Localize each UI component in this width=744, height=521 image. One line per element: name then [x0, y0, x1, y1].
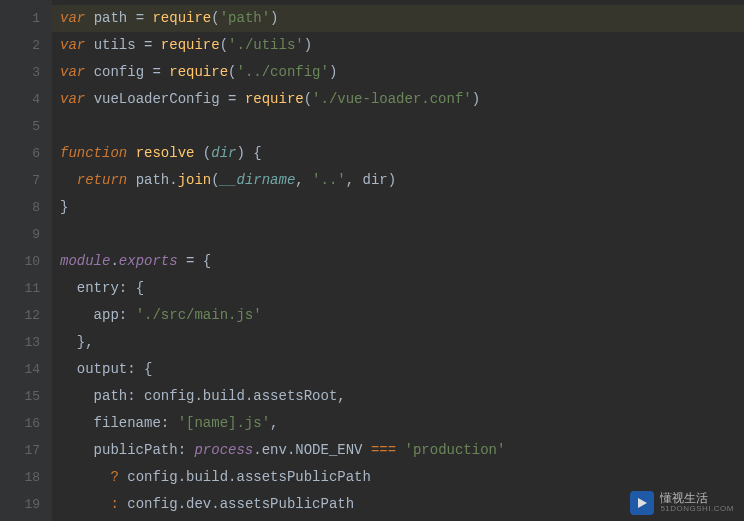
space — [119, 469, 127, 485]
space — [127, 172, 135, 188]
colon: : — [127, 361, 144, 377]
line-number: 14 — [0, 356, 40, 383]
operator: = — [220, 91, 245, 107]
identifier: path — [136, 172, 170, 188]
line-number: 18 — [0, 464, 40, 491]
property: output — [77, 361, 127, 377]
keyword: return — [77, 172, 127, 188]
identifier: config — [127, 496, 177, 512]
code-line[interactable]: var config = require('../config') — [60, 59, 744, 86]
ternary: ? — [110, 469, 118, 485]
code-line[interactable]: ? config.build.assetsPublicPath — [60, 464, 744, 491]
code-line[interactable]: var vueLoaderConfig = require('./vue-loa… — [60, 86, 744, 113]
code-line[interactable]: publicPath: process.env.NODE_ENV === 'pr… — [60, 437, 744, 464]
code-line[interactable]: } — [60, 194, 744, 221]
string: '..' — [312, 172, 346, 188]
string: './vue-loader.conf' — [312, 91, 472, 107]
property: filename — [94, 415, 161, 431]
string: 'production' — [405, 442, 506, 458]
code-line[interactable]: output: { — [60, 356, 744, 383]
keyword: var — [60, 91, 85, 107]
space — [127, 145, 135, 161]
code-line[interactable]: entry: { — [60, 275, 744, 302]
code-editor[interactable]: 1 2 3 4 5 6 7 8 9 10 11 12 13 14 15 16 1… — [0, 0, 744, 521]
builtin: module — [60, 253, 110, 269]
comma: , — [85, 334, 93, 350]
dot: . — [253, 442, 261, 458]
method: join — [178, 172, 212, 188]
comma: , — [270, 415, 278, 431]
string: '[name].js' — [178, 415, 270, 431]
comma: , — [337, 388, 345, 404]
code-line[interactable]: }, — [60, 329, 744, 356]
line-number: 7 — [0, 167, 40, 194]
code-area[interactable]: var path = require('path') var utils = r… — [52, 0, 744, 521]
keyword: var — [60, 37, 85, 53]
line-number: 12 — [0, 302, 40, 329]
keyword: function — [60, 145, 127, 161]
identifier: dir — [363, 172, 388, 188]
code-line[interactable]: app: './src/main.js' — [60, 302, 744, 329]
line-number: 8 — [0, 194, 40, 221]
brace: } — [77, 334, 85, 350]
identifier: env — [262, 442, 287, 458]
code-line[interactable]: return path.join(__dirname, '..', dir) — [60, 167, 744, 194]
paren: ( — [211, 172, 219, 188]
function-call: require — [152, 10, 211, 26]
colon: : — [161, 415, 178, 431]
line-number: 19 — [0, 491, 40, 518]
space — [194, 145, 202, 161]
string: './utils' — [228, 37, 304, 53]
brace: { — [253, 145, 261, 161]
line-number: 13 — [0, 329, 40, 356]
code-line[interactable]: var utils = require('./utils') — [60, 32, 744, 59]
identifier: config — [127, 469, 177, 485]
line-number: 5 — [0, 113, 40, 140]
paren: ) — [329, 64, 337, 80]
property: path — [94, 388, 128, 404]
watermark-logo-icon — [630, 491, 654, 515]
code-line[interactable]: filename: '[name].js', — [60, 410, 744, 437]
dot: . — [194, 388, 202, 404]
code-line[interactable] — [60, 113, 744, 140]
operator: = — [127, 10, 152, 26]
line-number: 6 — [0, 140, 40, 167]
identifier: assetsPublicPath — [220, 496, 354, 512]
property: entry — [77, 280, 119, 296]
property: publicPath — [94, 442, 178, 458]
line-number: 10 — [0, 248, 40, 275]
line-number-gutter: 1 2 3 4 5 6 7 8 9 10 11 12 13 14 15 16 1… — [0, 0, 52, 521]
watermark-text: 懂视生活 51DONGSHI.COM — [660, 492, 734, 514]
line-number: 16 — [0, 410, 40, 437]
paren: ) — [270, 10, 278, 26]
paren: ( — [211, 10, 219, 26]
function-name: resolve — [136, 145, 195, 161]
identifier: dev — [186, 496, 211, 512]
code-line[interactable]: path: config.build.assetsRoot, — [60, 383, 744, 410]
string: 'path' — [220, 10, 270, 26]
line-number: 1 — [0, 5, 40, 32]
keyword: var — [60, 10, 85, 26]
parameter: dir — [211, 145, 236, 161]
identifier: assetsPublicPath — [236, 469, 370, 485]
space — [363, 442, 371, 458]
code-line[interactable]: function resolve (dir) { — [60, 140, 744, 167]
ternary: : — [110, 496, 118, 512]
line-number: 11 — [0, 275, 40, 302]
paren: ( — [220, 37, 228, 53]
string: '../config' — [236, 64, 328, 80]
operator: = — [136, 37, 161, 53]
dot: . — [110, 253, 118, 269]
paren: ) — [304, 37, 312, 53]
code-line[interactable] — [60, 221, 744, 248]
string: './src/main.js' — [136, 307, 262, 323]
code-line[interactable]: module.exports = { — [60, 248, 744, 275]
line-number: 2 — [0, 32, 40, 59]
line-number: 15 — [0, 383, 40, 410]
brace: { — [136, 280, 144, 296]
function-call: require — [169, 64, 228, 80]
paren: ) — [472, 91, 480, 107]
identifier: config — [144, 388, 194, 404]
code-line[interactable]: var path = require('path') — [60, 5, 744, 32]
identifier: build — [203, 388, 245, 404]
